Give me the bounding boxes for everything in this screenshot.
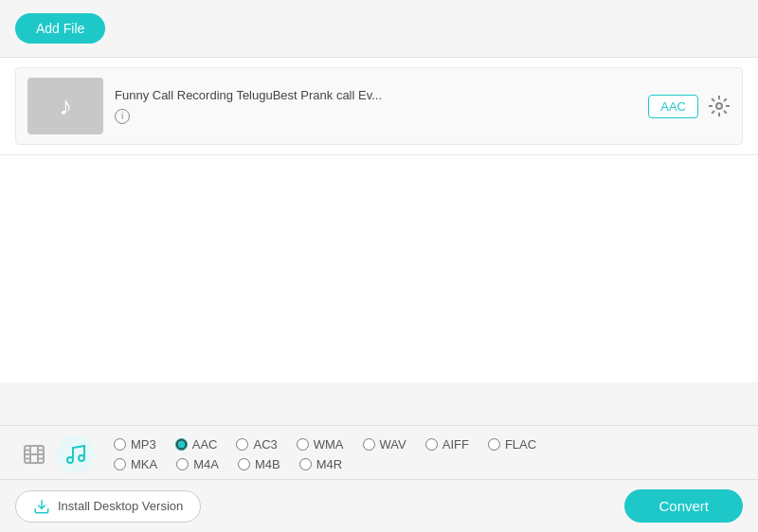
- format-radio-m4r[interactable]: [299, 458, 312, 470]
- format-radio-aiff[interactable]: [425, 438, 438, 451]
- convert-button[interactable]: Convert: [624, 489, 743, 523]
- format-label-aiff: AIFF: [442, 437, 469, 452]
- format-option-aiff[interactable]: AIFF: [425, 437, 469, 452]
- format-label-ac3: AC3: [253, 437, 277, 452]
- format-radio-aac[interactable]: [175, 438, 188, 451]
- install-desktop-button[interactable]: Install Desktop Version: [15, 490, 201, 523]
- format-label-m4r: M4R: [316, 457, 342, 471]
- file-info: Funny Call Recording TeluguBest Prank ca…: [115, 88, 637, 124]
- format-option-m4b[interactable]: M4B: [238, 457, 280, 471]
- format-radio-mp3[interactable]: [114, 438, 126, 451]
- add-file-button[interactable]: Add File: [15, 13, 105, 44]
- format-radio-wav[interactable]: [363, 438, 375, 451]
- format-label-mka: MKA: [131, 457, 157, 471]
- svg-point-10: [79, 455, 84, 461]
- format-option-m4a[interactable]: M4A: [176, 457, 219, 471]
- format-row-2: MKA M4A M4B M4R: [114, 457, 536, 471]
- svg-point-0: [716, 103, 722, 109]
- format-label-flac: FLAC: [505, 437, 536, 452]
- format-option-wma[interactable]: WMA: [297, 437, 344, 452]
- format-radio-m4b[interactable]: [238, 458, 250, 470]
- format-radio-flac[interactable]: [488, 438, 500, 451]
- format-option-ac3[interactable]: AC3: [236, 437, 277, 452]
- format-radio-mka[interactable]: [114, 458, 126, 470]
- format-row-1: MP3 AAC AC3 WMA WAV: [114, 437, 536, 452]
- format-option-wav[interactable]: WAV: [363, 437, 406, 452]
- format-selector: MP3 AAC AC3 WMA WAV: [0, 426, 758, 480]
- format-label-wma: WMA: [314, 437, 344, 452]
- format-radio-m4a[interactable]: [176, 458, 189, 470]
- media-type-icons: [15, 435, 95, 473]
- format-option-aac[interactable]: AAC: [175, 437, 218, 452]
- format-options: MP3 AAC AC3 WMA WAV: [114, 437, 536, 471]
- file-thumbnail: ♪: [27, 78, 103, 134]
- bottom-actions: Install Desktop Version Convert: [0, 480, 758, 532]
- bottom-panel: MP3 AAC AC3 WMA WAV: [0, 425, 758, 532]
- format-radio-wma[interactable]: [297, 438, 309, 451]
- main-content: [0, 155, 758, 382]
- file-list: ♪ Funny Call Recording TeluguBest Prank …: [0, 58, 758, 155]
- format-label-m4a: M4A: [193, 457, 219, 471]
- header: Add File: [0, 0, 758, 58]
- format-option-mka[interactable]: MKA: [114, 457, 157, 471]
- format-label-wav: WAV: [380, 437, 406, 452]
- install-label: Install Desktop Version: [58, 499, 183, 513]
- music-note-icon: ♪: [59, 91, 72, 121]
- svg-point-9: [67, 457, 73, 463]
- audio-icon-button[interactable]: [57, 435, 95, 473]
- format-label-aac: AAC: [192, 437, 218, 452]
- file-actions: AAC: [648, 95, 731, 118]
- format-badge-button[interactable]: AAC: [648, 95, 698, 118]
- info-icon[interactable]: i: [115, 109, 130, 124]
- settings-icon[interactable]: [708, 95, 731, 117]
- file-item: ♪ Funny Call Recording TeluguBest Prank …: [15, 67, 743, 145]
- format-option-flac[interactable]: FLAC: [488, 437, 536, 452]
- format-label-m4b: M4B: [255, 457, 280, 471]
- format-option-mp3[interactable]: MP3: [114, 437, 156, 452]
- format-label-mp3: MP3: [131, 437, 156, 452]
- video-icon-button[interactable]: [15, 435, 53, 473]
- download-icon: [33, 498, 50, 515]
- format-radio-ac3[interactable]: [236, 438, 248, 451]
- file-name: Funny Call Recording TeluguBest Prank ca…: [115, 88, 637, 102]
- format-option-m4r[interactable]: M4R: [299, 457, 342, 471]
